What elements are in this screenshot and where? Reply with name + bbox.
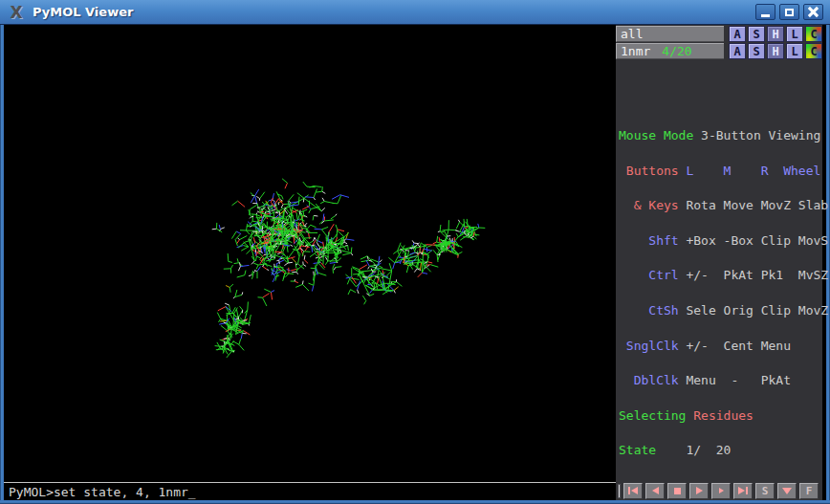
command-bar[interactable]: PyMOL>set state, 4, 1nmr_ xyxy=(4,482,616,500)
skip-end-icon xyxy=(738,487,745,494)
playback-controls: S F xyxy=(616,481,822,500)
viewport[interactable] xyxy=(4,25,616,482)
window-border-right xyxy=(826,25,830,504)
minimize-icon xyxy=(761,14,770,17)
command-prompt: PyMOL> xyxy=(9,485,54,499)
actions-button-all[interactable]: A xyxy=(729,26,746,42)
object-label: all xyxy=(621,27,643,41)
color-button-1nmr[interactable]: C xyxy=(805,43,822,59)
play-icon xyxy=(696,487,703,494)
mouse-grid-row: & Keys Rota Move MovZ Slab xyxy=(619,200,822,211)
x11-logo-icon: X xyxy=(6,3,27,22)
frame-menu-button[interactable] xyxy=(777,483,797,499)
step-back-button[interactable] xyxy=(645,483,665,499)
color-button-all[interactable]: C xyxy=(805,26,822,42)
label-button-all[interactable]: L xyxy=(786,26,803,42)
fullscreen-button[interactable]: F xyxy=(799,483,819,499)
minimize-button[interactable] xyxy=(755,4,775,20)
maximize-button[interactable] xyxy=(779,4,799,20)
stop-button[interactable] xyxy=(667,483,687,499)
skip-end-icon xyxy=(746,487,748,494)
side-panel: all A S H L C 1nmr4/20 A S H L C Mouse M… xyxy=(616,25,822,500)
mouse-grid-row: Shft +Box -Box Clip MovS xyxy=(619,235,822,247)
down-triangle-icon xyxy=(782,488,792,494)
object-list: all A S H L C 1nmr4/20 A S H L C xyxy=(616,25,822,59)
close-icon xyxy=(808,7,819,17)
stop-icon xyxy=(674,488,681,494)
state-indicator: State 1/ 20 xyxy=(619,445,822,456)
window-controls xyxy=(755,4,823,20)
actions-button-1nmr[interactable]: A xyxy=(729,43,746,59)
hide-button-1nmr[interactable]: H xyxy=(767,43,784,59)
mouse-mode-header[interactable]: Mouse Mode 3-Button Viewing xyxy=(619,130,822,142)
step-forward-icon xyxy=(719,488,724,493)
mouse-grid-row: SnglClk +/- Cent Menu xyxy=(619,340,822,352)
go-to-end-button[interactable] xyxy=(733,483,753,499)
window-title: PyMOL Viewer xyxy=(33,5,133,19)
skip-start-icon xyxy=(628,487,630,494)
go-to-start-button[interactable] xyxy=(623,483,643,499)
object-name-1nmr[interactable]: 1nmr4/20 xyxy=(616,43,724,59)
object-name-all[interactable]: all xyxy=(616,26,724,42)
selecting-indicator[interactable]: Selecting Residues xyxy=(619,410,822,422)
mouse-grid-row: DblClk Menu - PkAt xyxy=(619,375,822,386)
mouse-grid-row: Buttons L M R Wheel xyxy=(619,165,822,177)
maximize-icon xyxy=(785,9,794,16)
command-input[interactable]: set state, 4, 1nmr xyxy=(54,485,188,499)
play-button[interactable] xyxy=(689,483,709,499)
object-label: 1nmr xyxy=(621,44,650,58)
step-forward-button[interactable] xyxy=(711,483,731,499)
mouse-mode-panel: Mouse Mode 3-Button Viewing Buttons L M … xyxy=(616,107,822,481)
mouse-grid-row: Ctrl +/- PkAt Pk1 MvSZ xyxy=(619,270,822,281)
hide-button-all[interactable]: H xyxy=(767,26,784,42)
window-border-bottom xyxy=(0,500,830,504)
molecule-svg[interactable] xyxy=(4,25,616,482)
command-cursor: _ xyxy=(188,485,196,499)
label-button-1nmr[interactable]: L xyxy=(786,43,803,59)
object-row-all: all A S H L C xyxy=(616,26,822,42)
object-row-1nmr: 1nmr4/20 A S H L C xyxy=(616,43,822,59)
show-button-all[interactable]: S xyxy=(748,26,765,42)
step-back-icon xyxy=(652,487,659,494)
mouse-grid-row: CtSh Sele Orig Clip MovZ xyxy=(619,305,822,317)
show-button-1nmr[interactable]: S xyxy=(748,43,765,59)
drag-grip[interactable] xyxy=(618,484,621,498)
close-button[interactable] xyxy=(803,4,823,20)
object-state-counter: 4/20 xyxy=(662,44,691,58)
skip-start-icon xyxy=(631,487,638,494)
scene-loop-button[interactable]: S xyxy=(755,483,775,499)
title-bar[interactable]: X PyMOL Viewer xyxy=(0,0,830,25)
